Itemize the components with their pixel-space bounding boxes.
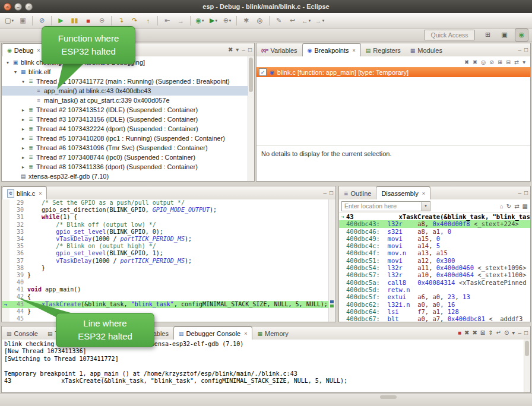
tab-variables[interactable]: (x)=Variables [256,44,302,56]
tree-item[interactable]: ▸≣Thread #2 1073413512 (IDLE) (Suspended… [2,105,254,115]
skip-all-breakpoints-icon[interactable]: ⊘ [489,59,494,65]
link-with-debug-icon[interactable]: ⇄ [514,59,519,65]
skip-breakpoints-button[interactable]: ⊘ [36,15,48,27]
tree-item[interactable]: ▤xtensa-esp32-elf-gdb (7.10) [2,172,254,181]
dropdown-arrow-icon[interactable]: ▾ [215,18,217,23]
tree-item[interactable]: ≡app_main() at blink.c:43 0x400dbc43 [2,86,254,96]
scroll-lock-icon[interactable]: ⇕ [488,329,493,336]
code-line[interactable]: 39} [2,272,329,279]
resume-button[interactable]: ▶ [55,15,67,27]
back-button[interactable]: ←▾ [300,15,312,27]
refresh-icon[interactable]: ↻ [506,203,511,210]
build-button[interactable]: ✱ [240,15,252,27]
disassembly-line[interactable]: 400dbc5a: call8 0x40084314 <xTaskCreateP… [339,279,530,286]
code-line[interactable]: 33 gpio_set_level(BLINK_GPIO, 0); [2,229,329,236]
overview-marker-current-line[interactable] [330,304,334,307]
dropdown-arrow-icon[interactable]: ▾ [11,18,14,23]
remove-launch-icon[interactable]: ✖ [464,329,469,336]
disassembly-line[interactable]: 400dbc57: l32r a10, 0x400d0464 <_stext+1… [339,271,530,278]
step-into-button[interactable]: ↴ [115,15,127,27]
open-perspective-icon[interactable]: ⊞ [482,29,494,41]
maximize-icon[interactable]: □ [248,46,252,53]
tree-item[interactable]: ≡main_task() at cpu_start.c:339 0x400d05… [2,96,254,105]
maximize-icon[interactable]: □ [524,189,528,196]
cpp-perspective-icon[interactable]: ▣ [498,29,511,41]
minimize-icon[interactable]: – [518,329,521,336]
console-body[interactable]: blink checking [GDB Hardware Debugging] … [2,340,530,392]
expander-icon[interactable]: ▾ [12,69,19,75]
maximize-icon[interactable]: □ [524,329,528,336]
step-return-button[interactable]: ↑ [142,15,154,27]
expander-icon[interactable]: ▾ [4,60,11,65]
terminate-button[interactable]: ■ [82,15,94,27]
debug-tree-scrollbar[interactable] [248,56,254,181]
code-line[interactable]: 31 while(1) { [2,214,329,221]
minimize-icon[interactable]: – [242,46,245,53]
disassembly-source-line[interactable]: →43 xTaskCreate(&blink_task, "blink_tas [339,213,530,220]
disassembly-line[interactable]: 400dbc64: lsi f7, a1, 128 [339,308,530,315]
quick-access-input[interactable]: Quick Access [424,30,475,40]
dropdown-arrow-icon[interactable]: ▾ [202,18,204,23]
tab-memory[interactable]: ▦Memory [252,327,293,340]
maximize-button[interactable]: ▫ [25,3,33,11]
console-scrollbar[interactable] [524,340,530,392]
remove-all-terminated-icon[interactable]: ✖ [228,46,233,53]
tree-item[interactable]: ▾≣Thread #1 1073411772 (main : Running) … [2,77,254,86]
dropdown-arrow-icon[interactable]: ▾ [322,18,325,23]
breakpoint-row[interactable]: ✓ ◉ blink.c [function: app_main] [type: … [256,67,530,77]
disassembly-line[interactable]: 400dbc5d: retw.n [339,286,530,293]
tree-item[interactable]: ▾▦blink.elf [2,67,254,77]
terminate-icon[interactable]: ■ [458,329,461,336]
options-icon[interactable]: ▦ [522,203,528,210]
tab-close-icon[interactable]: × [353,47,356,53]
expander-icon[interactable]: ▸ [20,155,27,160]
view-menu-icon[interactable]: ▾ [522,59,525,65]
new-wizard-button[interactable]: ▢▾ [3,15,15,27]
tree-item[interactable]: ▸≣Thread #3 1073413156 (IDLE) (Suspended… [2,115,254,124]
code-line[interactable]: 37 vTaskDelay(1000 / portTICK_PERIOD_MS)… [2,258,329,265]
horizontal-scrollbar-thumb[interactable] [380,395,397,399]
editor-overview-ruler[interactable] [328,199,335,322]
show-breakpoints-for-selection-icon[interactable]: ◎ [481,59,486,65]
tree-item[interactable]: ▸≣Thread #7 1073408744 (ipc0) (Suspended… [2,153,254,162]
tab-blink-c[interactable]: cblink.c× [2,186,47,200]
search-button[interactable]: ◎ [254,15,266,27]
code-line[interactable]: 38 } [2,265,329,272]
disassembly-line[interactable]: 400dbc4f: mov.n a13, a15 [339,249,530,256]
tree-item[interactable]: ▸≣Thread #4 1073432224 (dport) (Suspende… [2,124,254,134]
tab-debug[interactable]: ◉Debug× [2,43,46,57]
drop-to-frame-button[interactable]: ⇤ [161,15,173,27]
expander-icon[interactable]: ▸ [20,117,27,122]
expander-icon[interactable]: ▸ [20,126,27,132]
run-button[interactable]: ▶▾ [207,15,220,27]
disassembly-line[interactable]: 400dbc54: l32r a11, 0x400d0460 <_stext+1… [339,264,530,271]
location-dropdown-icon[interactable]: ▾ [421,202,430,211]
home-icon[interactable]: ⌂ [500,203,504,210]
collapse-all-icon[interactable]: ⊟ [506,59,511,65]
display-console-icon[interactable]: ▾ [512,329,515,336]
debug-button[interactable]: ◉▾ [194,15,206,27]
forward-button[interactable]: →▾ [314,15,326,27]
word-wrap-icon[interactable]: ↵ [496,329,501,336]
expand-all-icon[interactable]: ⊞ [498,59,502,65]
annotation-button[interactable]: ✎ [273,15,285,27]
tab-close-icon[interactable]: × [244,331,247,337]
breakpoint-checkbox[interactable]: ✓ [259,68,267,76]
tab-console[interactable]: ▥Console [2,327,43,340]
tree-item[interactable]: ▸≣Thread #6 1073431096 (Tmr Svc) (Suspen… [2,143,254,153]
close-button[interactable]: × [4,3,11,11]
tab-modules[interactable]: ▦Modules [406,44,447,56]
code-line[interactable]: 34 vTaskDelay(1000 / portTICK_PERIOD_MS)… [2,236,329,243]
external-tools-button[interactable]: ⊕▾ [221,15,233,27]
overview-marker-breakpoint[interactable] [330,300,334,303]
minimize-button[interactable]: – [14,3,22,11]
tab-close-icon[interactable]: × [37,47,40,53]
minimize-icon[interactable]: – [518,189,521,196]
tab-close-icon[interactable]: × [422,191,425,196]
disassembly-line[interactable]: 400dbc49: movi a15, 0 [339,235,530,242]
remove-all-launches-icon[interactable]: ✖ [472,329,477,336]
tab-outline[interactable]: ≣Outline [339,187,376,199]
disassembly-line[interactable]: 400dbc4c: movi a14, 5 [339,242,530,249]
pin-console-icon[interactable]: ⊙ [504,329,509,336]
expander-icon[interactable]: ▸ [20,107,27,113]
